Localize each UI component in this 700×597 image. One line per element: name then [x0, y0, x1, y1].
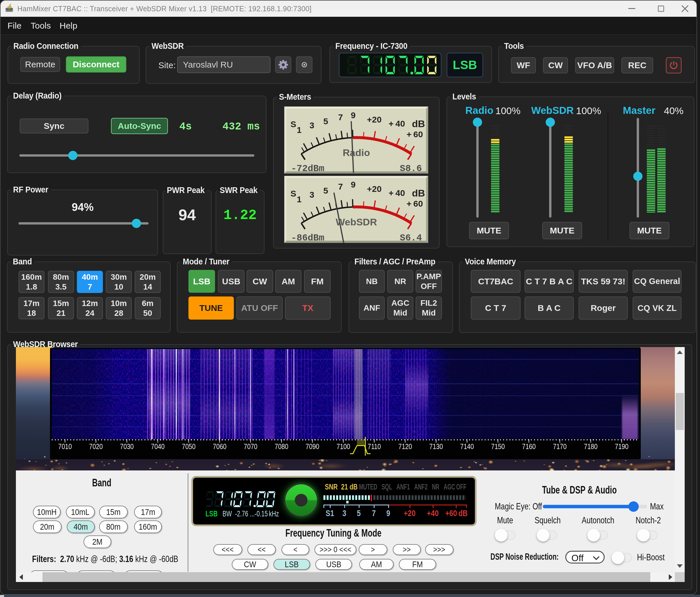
svg-text:5: 5 [323, 117, 328, 126]
svg-text:+ 60: + 60 [407, 129, 423, 139]
svg-text:3: 3 [309, 121, 315, 130]
svg-text:3: 3 [309, 190, 315, 199]
svg-text:-72dBm: -72dBm [291, 163, 324, 174]
svg-text:9: 9 [351, 110, 356, 120]
svg-text:WebSDR: WebSDR [336, 217, 377, 227]
svg-text:1: 1 [297, 125, 302, 135]
svg-text:1: 1 [297, 195, 302, 204]
svg-text:+20: +20 [367, 184, 382, 194]
svg-text:S: S [291, 119, 296, 129]
svg-text:+ 40: + 40 [389, 188, 405, 198]
svg-text:-86dBm: -86dBm [291, 232, 324, 243]
svg-text:+ 60: + 60 [407, 199, 423, 208]
svg-text:5: 5 [323, 186, 328, 195]
svg-text:dB: dB [412, 118, 425, 129]
svg-text:dB: dB [412, 188, 425, 199]
svg-text:Radio: Radio [343, 147, 370, 158]
svg-text:9: 9 [351, 180, 356, 189]
svg-text:+ 40: + 40 [389, 119, 405, 128]
svg-text:+20: +20 [367, 115, 382, 124]
svg-text:7: 7 [338, 182, 343, 191]
svg-text:S6.4: S6.4 [400, 232, 422, 243]
svg-text:S: S [291, 189, 296, 198]
svg-text:7: 7 [338, 113, 343, 122]
svg-text:S8.6: S8.6 [400, 163, 422, 174]
